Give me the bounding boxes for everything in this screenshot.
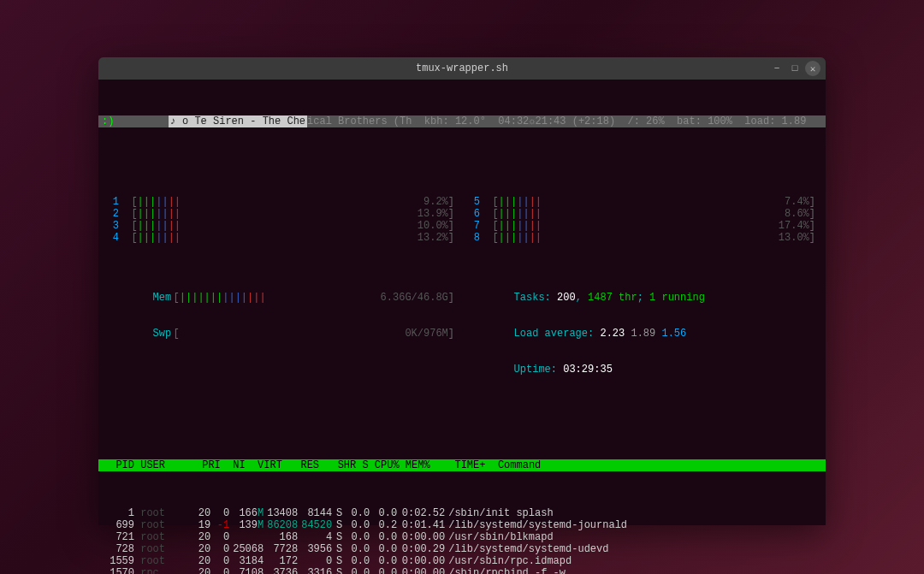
titlebar[interactable]: tmux-wrapper.sh − □ ✕ <box>98 57 826 80</box>
mem-label: Mem <box>153 292 174 304</box>
process-row[interactable]: 1 root200166M134088144S0.00.00:02.52/sbi… <box>98 507 826 519</box>
cpu-3-pct: 10.0% <box>418 220 448 232</box>
smiley-indicator: :) <box>102 115 119 127</box>
process-row[interactable]: 699 root19-1139M8620884520S0.00.20:01.41… <box>98 519 826 531</box>
process-row[interactable]: 1570 rpc200710837363316S0.00.00:00.00/sb… <box>98 567 826 574</box>
process-row[interactable]: 728 root2002506877283956S0.00.00:00.29/l… <box>98 543 826 555</box>
loadavg-line: Load average: 2.23 1.89 1.56 <box>465 316 826 328</box>
swp-label: Swp <box>153 328 174 340</box>
process-header[interactable]: PID USER PRI NI VIRT RES SHR S CPU% MEM%… <box>98 459 826 471</box>
cpu-1-pct: 9.2% <box>424 196 448 208</box>
swp-value: 0K/976M <box>405 328 447 340</box>
cpu-4-pct: 13.2% <box>418 232 448 244</box>
maximize-button[interactable]: □ <box>787 61 803 76</box>
tasks-line: Tasks: 200, 1487 thr; 1 running <box>465 280 826 292</box>
top-status-bar: :) ♪ o Te Siren - The Cheical Brothers (… <box>98 115 826 127</box>
terminal-window: tmux-wrapper.sh − □ ✕ :) ♪ o Te Siren - … <box>98 57 826 525</box>
process-list[interactable]: 1 root200166M134088144S0.00.00:02.52/sbi… <box>98 507 826 574</box>
terminal-content: :) ♪ o Te Siren - The Cheical Brothers (… <box>98 80 826 525</box>
mem-value: 6.36G/46.8G <box>381 292 448 304</box>
uptime-line: Uptime: 03:29:35 <box>465 352 826 388</box>
process-row[interactable]: 1559 root20031841720S0.00.00:00.00/usr/s… <box>98 555 826 567</box>
cpu-6-pct: 8.6% <box>785 208 809 220</box>
system-info: kbh: 12.0° 04:32☼21:43 (+2:18) /: 26% ba… <box>412 115 806 127</box>
cpu-5-pct: 7.4% <box>785 196 809 208</box>
mpd-now-playing: ♪ o Te Siren - The Che <box>169 115 307 127</box>
process-row[interactable]: 721 root2001684S0.00.00:00.00/usr/sbin/b… <box>98 531 826 543</box>
close-button[interactable]: ✕ <box>805 61 820 76</box>
cpu-2-pct: 13.9% <box>418 208 448 220</box>
window-title: tmux-wrapper.sh <box>416 62 508 74</box>
cpu-meters: 1 [|||||||9.2%]5 [|||||||7.4%]2 [|||||||… <box>98 196 826 244</box>
cpu-8-pct: 13.0% <box>779 232 809 244</box>
minimize-button[interactable]: − <box>769 61 785 76</box>
mpd-overflow: ical Brothers (Th <box>307 115 412 127</box>
cpu-7-pct: 17.4% <box>779 220 809 232</box>
